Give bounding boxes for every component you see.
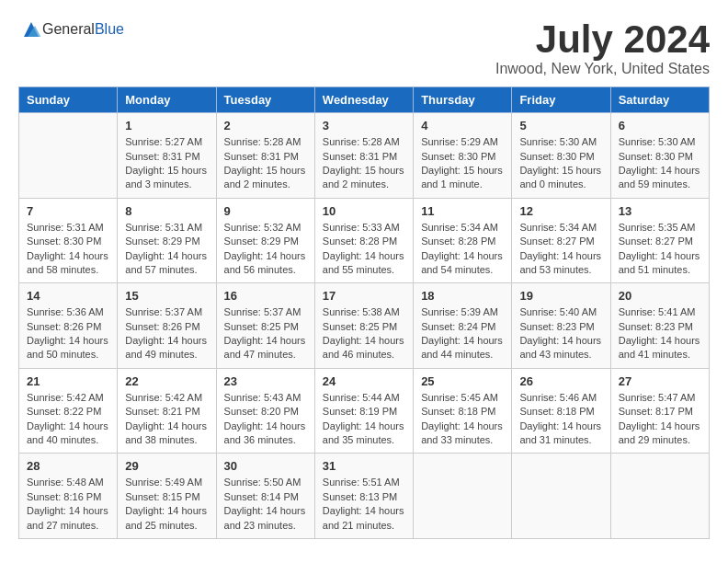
day-number: 4	[421, 119, 504, 132]
month-title: July 2024	[495, 18, 710, 61]
day-number: 21	[27, 374, 109, 388]
calendar-cell: 29Sunrise: 5:49 AMSunset: 8:15 PMDayligh…	[118, 454, 216, 539]
cell-content: Sunrise: 5:32 AMSunset: 8:29 PMDaylight:…	[224, 221, 307, 278]
calendar-cell: 9Sunrise: 5:32 AMSunset: 8:29 PMDaylight…	[216, 198, 314, 283]
day-number: 19	[519, 289, 602, 303]
logo-text-blue: Blue	[95, 21, 124, 37]
calendar-cell: 6Sunrise: 5:30 AMSunset: 8:30 PMDaylight…	[610, 113, 709, 199]
day-number: 28	[27, 459, 109, 473]
cell-content: Sunrise: 5:47 AMSunset: 8:17 PMDaylight:…	[619, 391, 701, 448]
calendar-cell: 18Sunrise: 5:39 AMSunset: 8:24 PMDayligh…	[414, 283, 512, 369]
logo-text-general: General	[42, 21, 95, 37]
calendar-cell: 1Sunrise: 5:27 AMSunset: 8:31 PMDaylight…	[118, 113, 216, 199]
calendar-cell: 19Sunrise: 5:40 AMSunset: 8:23 PMDayligh…	[512, 283, 610, 369]
page-header: GeneralBlue July 2024 Inwood, New York, …	[18, 18, 710, 77]
calendar-cell: 21Sunrise: 5:42 AMSunset: 8:22 PMDayligh…	[19, 368, 118, 454]
week-row-2: 7Sunrise: 5:31 AMSunset: 8:30 PMDaylight…	[19, 198, 710, 283]
calendar-cell: 16Sunrise: 5:37 AMSunset: 8:25 PMDayligh…	[216, 283, 314, 369]
cell-content: Sunrise: 5:42 AMSunset: 8:22 PMDaylight:…	[27, 391, 109, 448]
calendar-cell: 13Sunrise: 5:35 AMSunset: 8:27 PMDayligh…	[610, 198, 709, 283]
header-row: SundayMondayTuesdayWednesdayThursdayFrid…	[19, 87, 710, 113]
cell-content: Sunrise: 5:43 AMSunset: 8:20 PMDaylight:…	[224, 391, 307, 448]
calendar-cell: 3Sunrise: 5:28 AMSunset: 8:31 PMDaylight…	[314, 113, 413, 199]
day-number: 27	[619, 374, 701, 388]
cell-content: Sunrise: 5:37 AMSunset: 8:25 PMDaylight:…	[224, 305, 307, 362]
day-number: 10	[323, 204, 405, 218]
calendar-cell: 26Sunrise: 5:46 AMSunset: 8:18 PMDayligh…	[512, 368, 610, 454]
location-title: Inwood, New York, United States	[495, 61, 710, 77]
calendar-cell	[19, 113, 118, 199]
calendar-cell	[610, 454, 709, 539]
calendar-cell: 8Sunrise: 5:31 AMSunset: 8:29 PMDaylight…	[118, 198, 216, 283]
header-day-friday: Friday	[512, 87, 610, 113]
calendar-body: 1Sunrise: 5:27 AMSunset: 8:31 PMDaylight…	[19, 113, 710, 539]
calendar-cell: 7Sunrise: 5:31 AMSunset: 8:30 PMDaylight…	[19, 198, 118, 283]
week-row-4: 21Sunrise: 5:42 AMSunset: 8:22 PMDayligh…	[19, 368, 710, 454]
day-number: 29	[125, 459, 208, 473]
day-number: 15	[125, 289, 208, 303]
day-number: 5	[519, 119, 602, 132]
day-number: 26	[519, 374, 602, 388]
day-number: 23	[224, 374, 307, 388]
header-day-wednesday: Wednesday	[314, 87, 413, 113]
cell-content: Sunrise: 5:28 AMSunset: 8:31 PMDaylight:…	[323, 135, 405, 192]
header-day-monday: Monday	[118, 87, 216, 113]
day-number: 20	[619, 289, 701, 303]
cell-content: Sunrise: 5:44 AMSunset: 8:19 PMDaylight:…	[323, 391, 405, 448]
day-number: 14	[27, 289, 109, 303]
calendar-cell: 23Sunrise: 5:43 AMSunset: 8:20 PMDayligh…	[216, 368, 314, 454]
calendar-cell: 24Sunrise: 5:44 AMSunset: 8:19 PMDayligh…	[314, 368, 413, 454]
calendar-cell: 25Sunrise: 5:45 AMSunset: 8:18 PMDayligh…	[414, 368, 512, 454]
day-number: 30	[224, 459, 307, 473]
cell-content: Sunrise: 5:40 AMSunset: 8:23 PMDaylight:…	[519, 305, 602, 362]
cell-content: Sunrise: 5:34 AMSunset: 8:27 PMDaylight:…	[519, 221, 602, 278]
calendar-cell: 12Sunrise: 5:34 AMSunset: 8:27 PMDayligh…	[512, 198, 610, 283]
calendar-cell: 28Sunrise: 5:48 AMSunset: 8:16 PMDayligh…	[19, 454, 118, 539]
day-number: 16	[224, 289, 307, 303]
calendar-cell: 2Sunrise: 5:28 AMSunset: 8:31 PMDaylight…	[216, 113, 314, 199]
calendar-cell: 15Sunrise: 5:37 AMSunset: 8:26 PMDayligh…	[118, 283, 216, 369]
cell-content: Sunrise: 5:34 AMSunset: 8:28 PMDaylight:…	[421, 221, 504, 278]
cell-content: Sunrise: 5:38 AMSunset: 8:25 PMDaylight:…	[323, 305, 405, 362]
week-row-5: 28Sunrise: 5:48 AMSunset: 8:16 PMDayligh…	[19, 454, 710, 539]
day-number: 8	[125, 204, 208, 218]
cell-content: Sunrise: 5:31 AMSunset: 8:29 PMDaylight:…	[125, 221, 208, 278]
header-day-tuesday: Tuesday	[216, 87, 314, 113]
calendar-cell: 4Sunrise: 5:29 AMSunset: 8:30 PMDaylight…	[414, 113, 512, 199]
day-number: 11	[421, 204, 504, 218]
cell-content: Sunrise: 5:27 AMSunset: 8:31 PMDaylight:…	[125, 135, 208, 192]
calendar-cell: 20Sunrise: 5:41 AMSunset: 8:23 PMDayligh…	[610, 283, 709, 369]
cell-content: Sunrise: 5:36 AMSunset: 8:26 PMDaylight:…	[27, 305, 109, 362]
calendar-cell: 30Sunrise: 5:50 AMSunset: 8:14 PMDayligh…	[216, 454, 314, 539]
cell-content: Sunrise: 5:42 AMSunset: 8:21 PMDaylight:…	[125, 391, 208, 448]
day-number: 13	[619, 204, 701, 218]
cell-content: Sunrise: 5:28 AMSunset: 8:31 PMDaylight:…	[224, 135, 307, 192]
cell-content: Sunrise: 5:35 AMSunset: 8:27 PMDaylight:…	[619, 221, 701, 278]
calendar-cell	[414, 454, 512, 539]
calendar-header: SundayMondayTuesdayWednesdayThursdayFrid…	[19, 87, 710, 113]
title-block: July 2024 Inwood, New York, United State…	[495, 18, 710, 77]
calendar-cell: 5Sunrise: 5:30 AMSunset: 8:30 PMDaylight…	[512, 113, 610, 199]
calendar-cell: 17Sunrise: 5:38 AMSunset: 8:25 PMDayligh…	[314, 283, 413, 369]
calendar-cell: 27Sunrise: 5:47 AMSunset: 8:17 PMDayligh…	[610, 368, 709, 454]
header-day-saturday: Saturday	[610, 87, 709, 113]
cell-content: Sunrise: 5:37 AMSunset: 8:26 PMDaylight:…	[125, 305, 208, 362]
cell-content: Sunrise: 5:49 AMSunset: 8:15 PMDaylight:…	[125, 476, 208, 533]
week-row-1: 1Sunrise: 5:27 AMSunset: 8:31 PMDaylight…	[19, 113, 710, 199]
calendar-table: SundayMondayTuesdayWednesdayThursdayFrid…	[18, 86, 710, 539]
cell-content: Sunrise: 5:29 AMSunset: 8:30 PMDaylight:…	[421, 135, 504, 192]
logo-icon	[20, 18, 42, 40]
calendar-cell: 31Sunrise: 5:51 AMSunset: 8:13 PMDayligh…	[314, 454, 413, 539]
cell-content: Sunrise: 5:46 AMSunset: 8:18 PMDaylight:…	[519, 391, 602, 448]
day-number: 18	[421, 289, 504, 303]
day-number: 25	[421, 374, 504, 388]
calendar-cell: 14Sunrise: 5:36 AMSunset: 8:26 PMDayligh…	[19, 283, 118, 369]
day-number: 2	[224, 119, 307, 132]
cell-content: Sunrise: 5:48 AMSunset: 8:16 PMDaylight:…	[27, 476, 109, 533]
cell-content: Sunrise: 5:41 AMSunset: 8:23 PMDaylight:…	[619, 305, 701, 362]
calendar-cell: 11Sunrise: 5:34 AMSunset: 8:28 PMDayligh…	[414, 198, 512, 283]
cell-content: Sunrise: 5:30 AMSunset: 8:30 PMDaylight:…	[619, 135, 701, 192]
header-day-sunday: Sunday	[19, 87, 118, 113]
day-number: 17	[323, 289, 405, 303]
cell-content: Sunrise: 5:33 AMSunset: 8:28 PMDaylight:…	[323, 221, 405, 278]
